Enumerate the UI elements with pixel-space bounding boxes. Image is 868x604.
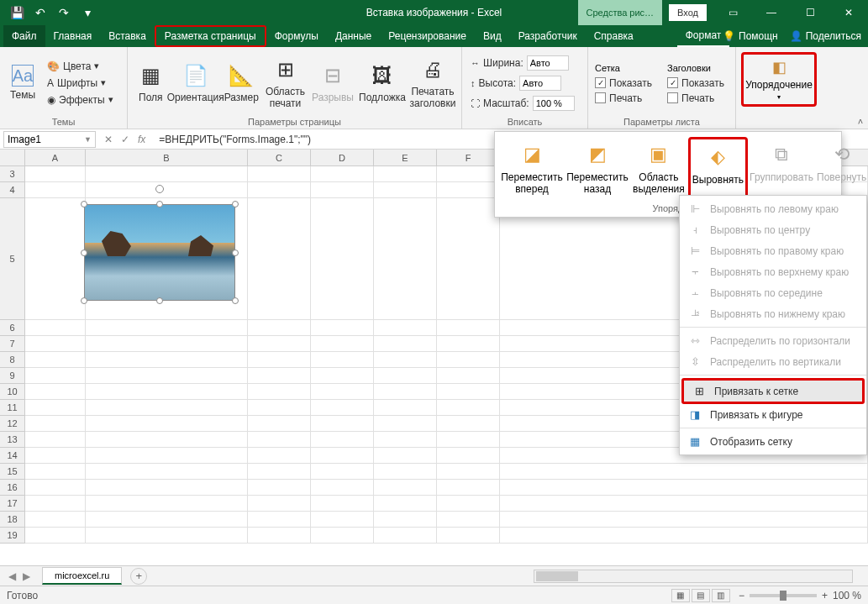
background-button[interactable]: 🖼Подложка <box>359 50 406 115</box>
cell[interactable] <box>86 352 248 368</box>
cell[interactable] <box>500 496 868 512</box>
cell[interactable] <box>86 480 248 496</box>
maximize-icon[interactable]: ☐ <box>791 0 829 25</box>
row-header[interactable]: 15 <box>0 464 25 480</box>
selection-pane-button[interactable]: ▣Область выделения <box>631 137 687 198</box>
tab-page-layout[interactable]: Разметка страницы <box>155 25 266 47</box>
cell[interactable] <box>248 512 311 528</box>
view-normal-icon[interactable]: ▦ <box>671 589 690 602</box>
row-header[interactable]: 17 <box>0 496 25 512</box>
cell[interactable] <box>248 198 311 320</box>
print-titles-button[interactable]: 🖨Печатать заголовки <box>409 50 456 115</box>
cell[interactable] <box>86 384 248 400</box>
cell[interactable] <box>86 182 248 198</box>
cell[interactable] <box>248 320 311 336</box>
row-header[interactable]: 18 <box>0 512 25 528</box>
grid-print-checkbox[interactable]: Печать <box>593 92 654 105</box>
cell[interactable] <box>374 464 437 480</box>
cell[interactable] <box>500 512 868 528</box>
cell[interactable] <box>437 464 500 480</box>
cell[interactable] <box>437 368 500 384</box>
zoom-in-icon[interactable]: + <box>822 590 828 601</box>
redo-icon[interactable]: ↷ <box>54 3 74 23</box>
cell[interactable] <box>86 368 248 384</box>
cell[interactable] <box>311 384 374 400</box>
cell[interactable] <box>374 182 437 198</box>
cell[interactable] <box>86 464 248 480</box>
tab-insert[interactable]: Вставка <box>100 25 155 47</box>
cell[interactable] <box>248 496 311 512</box>
zoom-slider[interactable] <box>750 594 817 597</box>
resize-handle[interactable] <box>81 249 87 256</box>
cancel-formula-icon[interactable]: ✕ <box>104 134 113 145</box>
row-header[interactable]: 5 <box>0 198 25 320</box>
width-field[interactable]: ↔ Ширина: <box>467 54 582 72</box>
tab-developer[interactable]: Разработчик <box>510 25 586 47</box>
enter-formula-icon[interactable]: ✓ <box>121 134 129 145</box>
view-page-layout-icon[interactable]: ▤ <box>692 589 710 602</box>
cell[interactable] <box>311 198 374 320</box>
col-header[interactable]: B <box>86 150 248 165</box>
cell[interactable] <box>86 336 248 352</box>
print-area-button[interactable]: ⊞Область печати <box>264 50 307 115</box>
cell[interactable] <box>437 496 500 512</box>
colors-button[interactable]: 🎨Цвета ▾ <box>44 59 117 74</box>
cell[interactable] <box>25 416 86 432</box>
headings-print-checkbox[interactable]: Печать <box>665 92 726 105</box>
cell[interactable] <box>248 166 311 182</box>
tab-home[interactable]: Главная <box>45 25 101 47</box>
cell[interactable] <box>25 464 86 480</box>
cell[interactable] <box>374 416 437 432</box>
height-field[interactable]: ↕ Высота: <box>467 74 582 92</box>
cell[interactable] <box>25 400 86 416</box>
headings-show-checkbox[interactable]: ✓Показать <box>665 76 726 90</box>
margins-button[interactable]: ▦Поля <box>133 50 169 115</box>
cell[interactable] <box>374 368 437 384</box>
tell-me[interactable]: 💡 Помощн <box>723 30 778 42</box>
row-header[interactable]: 4 <box>0 182 25 198</box>
cell[interactable] <box>25 336 86 352</box>
grid-show-checkbox[interactable]: ✓Показать <box>593 76 654 90</box>
cell[interactable] <box>437 198 500 320</box>
cell[interactable] <box>25 384 86 400</box>
view-page-break-icon[interactable]: ▥ <box>712 589 730 602</box>
cell[interactable] <box>25 528 86 544</box>
row-header[interactable]: 7 <box>0 336 25 352</box>
fx-icon[interactable]: fx <box>138 134 145 145</box>
cell[interactable] <box>86 528 248 544</box>
cell[interactable] <box>374 528 437 544</box>
cell[interactable] <box>248 464 311 480</box>
cell[interactable] <box>248 182 311 198</box>
cell[interactable] <box>25 480 86 496</box>
cell[interactable] <box>25 432 86 448</box>
cell[interactable] <box>374 480 437 496</box>
tab-help[interactable]: Справка <box>586 25 642 47</box>
cell[interactable] <box>248 528 311 544</box>
cell[interactable] <box>311 336 374 352</box>
cell[interactable] <box>86 400 248 416</box>
resize-handle[interactable] <box>156 297 163 304</box>
close-icon[interactable]: ✕ <box>829 0 868 25</box>
ribbon-options-icon[interactable]: ▭ <box>713 0 752 25</box>
cell[interactable] <box>374 336 437 352</box>
cell[interactable] <box>248 352 311 368</box>
cell[interactable] <box>437 432 500 448</box>
send-backward-button[interactable]: ◩Переместить назад <box>566 137 629 198</box>
cell[interactable] <box>500 464 868 480</box>
horizontal-scrollbar[interactable] <box>534 570 853 583</box>
tab-data[interactable]: Данные <box>327 25 380 47</box>
row-header[interactable]: 9 <box>0 368 25 384</box>
sheet-tab[interactable]: microexcel.ru <box>42 567 122 585</box>
menu-show-grid[interactable]: ▦Отобразить сетку <box>680 431 866 452</box>
cell[interactable] <box>437 528 500 544</box>
cell[interactable] <box>311 166 374 182</box>
row-header[interactable]: 3 <box>0 166 25 182</box>
col-header[interactable]: E <box>374 150 437 165</box>
cell[interactable] <box>374 352 437 368</box>
cell[interactable] <box>311 368 374 384</box>
bring-forward-button[interactable]: ◪Переместить вперед <box>500 137 564 198</box>
cell[interactable] <box>374 198 437 320</box>
cell[interactable] <box>374 320 437 336</box>
cell[interactable] <box>86 432 248 448</box>
cell[interactable] <box>86 166 248 182</box>
